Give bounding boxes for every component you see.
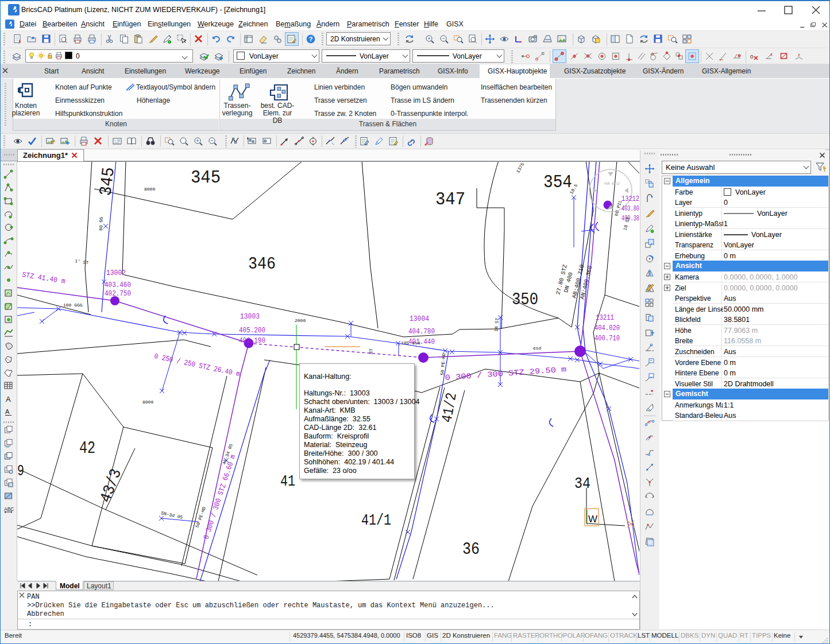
svg-text:13003: 13003 [240, 312, 260, 321]
svg-text:345: 345 [191, 167, 221, 188]
svg-text:0 300 / 300 STZ 66.60 m: 0 300 / 300 STZ 66.60 m [202, 453, 238, 540]
svg-text:1375: 1375 [515, 162, 525, 174]
svg-text:?: ? [309, 36, 313, 42]
svg-text:43/3: 43/3 [96, 467, 125, 505]
svg-text:esd: esd [533, 346, 542, 351]
svg-text:8000: 8000 [144, 187, 155, 192]
svg-text:405.200: 405.200 [239, 326, 265, 335]
svg-text:W: W [588, 514, 597, 525]
svg-text:A: A [5, 408, 10, 415]
svg-text:z: z [770, 52, 773, 57]
svg-text:50 PE-HD: 50 PE-HD [439, 353, 446, 375]
svg-text:A: A [6, 395, 11, 404]
svg-text:13004: 13004 [410, 315, 429, 323]
svg-text:347: 347 [435, 189, 465, 210]
svg-text:34: 34 [574, 475, 590, 492]
svg-text:8T: 8T [368, 348, 374, 355]
svg-text:350: 350 [512, 290, 538, 309]
svg-text:41/2: 41/2 [438, 391, 461, 424]
svg-text:354: 354 [543, 172, 572, 193]
svg-text:345: 345 [96, 166, 119, 197]
svg-text:13211: 13211 [596, 313, 614, 322]
svg-text:402.190: 402.190 [239, 336, 265, 345]
svg-text:HA -to:U: HA -to:U [604, 181, 619, 185]
svg-text:0 250 / 250 STZ 26.40 m: 0 250 / 250 STZ 26.40 m [153, 352, 241, 378]
svg-text:403.460: 403.460 [105, 281, 131, 289]
svg-text:42: 42 [79, 439, 95, 458]
svg-text:STZ 41.40 m: STZ 41.40 m [21, 270, 66, 286]
svg-text:404.020: 404.020 [594, 324, 620, 332]
svg-text:185 esd: 185 esd [401, 340, 420, 346]
svg-text:346: 346 [248, 254, 276, 274]
svg-text:403.80: 403.80 [621, 204, 639, 213]
svg-text:41: 41 [280, 472, 295, 490]
svg-text:60 GG: 60 GG [98, 217, 104, 231]
svg-text:400.710: 400.710 [594, 334, 620, 343]
svg-text:z: z [798, 52, 800, 57]
svg-text:18 ST: 18 ST [493, 317, 500, 332]
svg-text:o: o [750, 53, 754, 60]
svg-text:8000: 8000 [142, 399, 153, 405]
svg-text:0 300 / 300 STZ 29.50 m: 0 300 / 300 STZ 29.50 m [445, 365, 567, 382]
svg-text:9: 9 [17, 462, 24, 480]
svg-text:13002: 13002 [106, 269, 126, 277]
svg-text:36: 36 [462, 540, 480, 559]
svg-text:402.750: 402.750 [105, 289, 131, 298]
svg-text:100 GGG: 100 GGG [63, 302, 83, 308]
svg-text:41/1: 41/1 [361, 511, 391, 529]
svg-text:2000: 2000 [295, 318, 306, 323]
svg-text:1' ST: 1' ST [75, 258, 89, 265]
svg-text:404.780: 404.780 [408, 327, 435, 336]
svg-text:13212: 13212 [621, 195, 639, 203]
